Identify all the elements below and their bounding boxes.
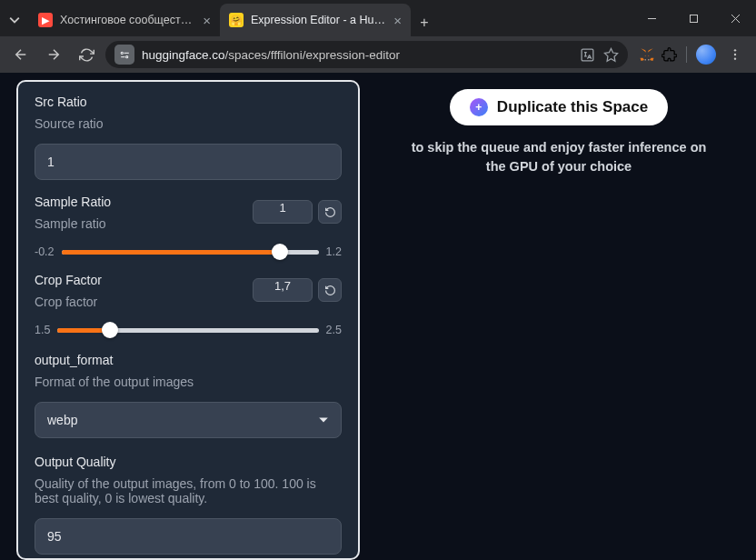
maximize-button[interactable] [672, 0, 714, 36]
translate-icon[interactable] [579, 46, 595, 63]
slider-thumb[interactable] [272, 244, 288, 260]
back-button[interactable] [7, 41, 35, 68]
tab-title: Хостинговое сообщество «Tim [60, 14, 195, 26]
sample-ratio-desc: Sample ratio [35, 216, 111, 231]
output-format-select[interactable]: webp [35, 402, 342, 438]
slider-min: -0.2 [35, 245, 55, 258]
browser-tab-2[interactable]: 🤗 Expression Editor - a Hugging F × [220, 4, 411, 36]
minimize-button[interactable] [631, 0, 672, 36]
settings-panel: Src Ratio Source ratio 1 Sample Ratio Sa… [16, 80, 360, 560]
svg-point-4 [121, 52, 123, 54]
sample-ratio-input[interactable]: 1 [253, 200, 313, 224]
tab-title: Expression Editor - a Hugging F [251, 14, 386, 26]
extensions-icon[interactable] [661, 46, 677, 63]
output-format-desc: Format of the output images [35, 375, 342, 389]
slider-max: 2.5 [326, 324, 342, 336]
favicon-icon: 🤗 [229, 13, 244, 27]
toolbar: huggingface.co/spaces/fffiloni/expressio… [0, 36, 756, 73]
close-tab-icon[interactable]: × [203, 13, 211, 28]
slider-thumb[interactable] [102, 322, 118, 338]
separator [686, 46, 687, 63]
svg-point-11 [734, 57, 736, 59]
select-value: webp [47, 413, 77, 427]
window-controls [631, 0, 756, 36]
src-ratio-input[interactable]: 1 [35, 144, 342, 180]
src-ratio-desc: Source ratio [35, 116, 342, 131]
new-tab-button[interactable]: + [411, 9, 438, 36]
slider-min: 1.5 [35, 324, 50, 336]
output-quality-title: Output Quality [35, 455, 342, 469]
chevron-down-icon [318, 415, 329, 425]
sample-ratio-title: Sample Ratio [35, 195, 111, 209]
slider-max: 1.2 [326, 245, 342, 258]
address-bar[interactable]: huggingface.co/spaces/fffiloni/expressio… [105, 41, 628, 68]
duplicate-icon: + [470, 98, 488, 116]
output-format-title: output_format [35, 353, 342, 367]
reset-icon[interactable] [318, 278, 342, 302]
right-column: + Duplicate this Space to skip the queue… [378, 80, 740, 560]
favicon-icon: ▶ [38, 13, 53, 27]
browser-menu-icon[interactable] [721, 41, 749, 68]
reset-icon[interactable] [318, 200, 342, 224]
sample-ratio-slider[interactable] [62, 250, 319, 255]
close-window-button[interactable] [714, 0, 756, 36]
svg-point-10 [734, 54, 736, 55]
titlebar: ▶ Хостинговое сообщество «Tim × 🤗 Expres… [0, 0, 756, 36]
url-text: huggingface.co/spaces/fffiloni/expressio… [142, 48, 572, 62]
svg-point-6 [125, 55, 127, 57]
browser-tab-1[interactable]: ▶ Хостинговое сообщество «Tim × [29, 4, 220, 36]
duplicate-label: Duplicate this Space [497, 98, 648, 116]
svg-rect-1 [690, 15, 697, 22]
tab-list-dropdown[interactable] [0, 4, 29, 36]
crop-factor-desc: Crop factor [35, 295, 102, 309]
reload-button[interactable] [73, 41, 100, 68]
output-quality-input[interactable]: 95 [35, 518, 342, 555]
crop-factor-input[interactable]: 1,7 [253, 278, 313, 302]
src-ratio-title: Src Ratio [35, 95, 342, 109]
svg-point-9 [734, 49, 736, 51]
crop-factor-slider[interactable] [57, 328, 318, 333]
site-settings-icon[interactable] [114, 45, 134, 65]
duplicate-subtext: to skip the queue and enjoy faster infer… [409, 138, 709, 176]
profile-avatar[interactable] [696, 45, 716, 65]
bookmark-icon[interactable] [602, 46, 619, 63]
page-content: Src Ratio Source ratio 1 Sample Ratio Sa… [0, 73, 756, 560]
crop-factor-title: Crop Factor [35, 273, 102, 287]
extension-metamask-icon[interactable] [639, 46, 655, 63]
close-tab-icon[interactable]: × [393, 13, 402, 28]
output-quality-desc: Quality of the output images, from 0 to … [35, 476, 342, 505]
svg-rect-8 [582, 49, 593, 61]
duplicate-space-button[interactable]: + Duplicate this Space [450, 89, 668, 125]
forward-button[interactable] [40, 41, 67, 68]
